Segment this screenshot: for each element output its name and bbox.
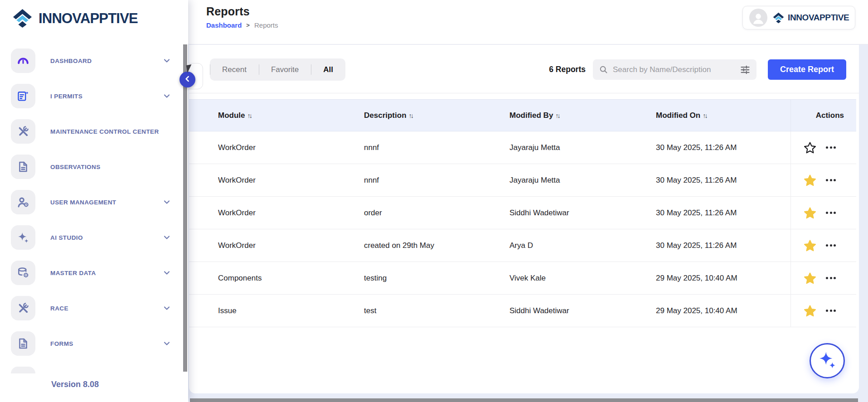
favorite-star-icon[interactable] xyxy=(803,206,817,220)
sort-arrows-icon[interactable]: ↑↓ xyxy=(703,112,708,119)
horizontal-scrollbar[interactable] xyxy=(190,398,858,402)
row-menu-button[interactable] xyxy=(825,144,837,151)
page-heading: Reports Dashboard > Reports xyxy=(206,5,278,29)
sidebar-item-icon xyxy=(11,155,35,179)
column-header-label: Module xyxy=(218,111,245,120)
row-menu-button[interactable] xyxy=(825,209,837,217)
tab-label: Favorite xyxy=(271,65,299,74)
breadcrumb-dashboard-link[interactable]: Dashboard xyxy=(206,21,242,29)
favorite-star-icon[interactable] xyxy=(803,304,817,318)
row-menu-button[interactable] xyxy=(825,307,837,315)
cell-actions xyxy=(790,229,856,262)
cell-modified-on: 29 May 2025, 10:40 AM xyxy=(656,274,790,283)
sidebar-item[interactable]: RACE xyxy=(11,296,177,320)
sidebar-item[interactable]: MAINTENANCE CONTROL CENTER xyxy=(11,119,177,144)
sidebar-item-icon xyxy=(11,119,35,144)
favorite-star-icon[interactable] xyxy=(803,141,817,155)
tab[interactable]: All xyxy=(311,58,345,81)
sidebar-item-icon xyxy=(11,296,35,320)
cell-modified-by: Jayaraju Metta xyxy=(509,143,656,152)
chevron-down-icon[interactable] xyxy=(162,268,171,277)
column-header[interactable]: Modified By ↑↓ xyxy=(509,111,656,120)
sort-arrows-icon[interactable]: ↑↓ xyxy=(247,112,253,119)
sidebar-item-label: OBSERVATIONS xyxy=(50,164,101,170)
cell-modified-on: 30 May 2025, 11:26 AM xyxy=(656,176,790,185)
sidebar-item[interactable]: DASHBOARD xyxy=(11,48,177,73)
row-menu-button[interactable] xyxy=(825,242,837,249)
breadcrumb-current: Reports xyxy=(254,21,278,29)
column-header[interactable]: Actions ↑↓ xyxy=(790,100,856,131)
sidebar: INNOVAPPTIVE DASHBOARD I PERMITS xyxy=(0,0,188,402)
tab[interactable]: Favorite xyxy=(259,58,311,81)
cell-actions xyxy=(790,295,856,327)
cell-description: order xyxy=(364,208,509,218)
menu-dot xyxy=(830,146,832,149)
chevron-down-icon[interactable] xyxy=(162,339,171,348)
sidebar-collapse-button[interactable] xyxy=(179,72,195,87)
sidebar-item[interactable]: AI STUDIO xyxy=(11,225,177,250)
nav-glyph-icon xyxy=(17,90,29,102)
sidebar-scrollbar[interactable] xyxy=(183,44,187,372)
column-header-label: Description xyxy=(364,111,407,120)
account-menu[interactable]: INNOVAPPTIVE xyxy=(742,6,855,29)
table-row[interactable]: Components testing Vivek Kale 29 May 202… xyxy=(189,262,856,295)
chevron-down-icon[interactable] xyxy=(162,198,171,207)
cell-module: Components xyxy=(218,274,364,283)
chevron-down-icon[interactable] xyxy=(162,304,171,313)
row-menu-button[interactable] xyxy=(825,176,837,184)
sort-arrows-icon[interactable]: ↑↓ xyxy=(555,112,561,119)
sidebar-item[interactable]: FORMS xyxy=(11,331,177,356)
ai-assistant-fab[interactable] xyxy=(810,343,845,378)
chevron-down-icon[interactable] xyxy=(162,92,171,101)
cell-modified-by: Arya D xyxy=(509,241,656,250)
reports-content-card: Recent Favorite All 6 Reports Create Rep… xyxy=(189,45,859,393)
sidebar-item-icon xyxy=(11,225,35,250)
filter-sliders-icon[interactable] xyxy=(740,64,751,75)
row-menu-button[interactable] xyxy=(825,274,837,282)
cell-modified-by: Siddhi Wadetiwar xyxy=(509,208,656,218)
tab[interactable]: Recent xyxy=(210,58,259,81)
column-header[interactable]: Description ↑↓ xyxy=(364,111,509,120)
table-row[interactable]: WorkOrder nnnf Jayaraju Metta 30 May 202… xyxy=(189,131,856,164)
breadcrumb: Dashboard > Reports xyxy=(206,21,278,29)
table-row[interactable]: WorkOrder created on 29th May Arya D 30 … xyxy=(189,229,856,262)
sidebar-item[interactable]: I PERMITS xyxy=(11,84,177,108)
cell-actions xyxy=(790,197,856,229)
sidebar-item[interactable]: OBSERVATIONS xyxy=(11,155,177,179)
sidebar-item-label: RACE xyxy=(50,305,68,312)
menu-dot xyxy=(826,212,828,214)
sidebar-item[interactable]: USER MANAGEMENT xyxy=(11,190,177,214)
table-body: WorkOrder nnnf Jayaraju Metta 30 May 202… xyxy=(189,131,856,327)
sidebar-item-icon xyxy=(11,48,35,73)
chevron-down-icon[interactable] xyxy=(162,56,171,65)
table-row[interactable]: Issue test Siddhi Wadetiwar 29 May 2025,… xyxy=(189,295,856,327)
cell-module: WorkOrder xyxy=(218,143,364,152)
create-report-button[interactable]: Create Report xyxy=(768,59,846,80)
favorite-star-icon[interactable] xyxy=(803,174,817,187)
sort-arrows-icon[interactable]: ↑↓ xyxy=(409,112,414,119)
sidebar-item-icon xyxy=(11,261,35,285)
search-input[interactable] xyxy=(613,65,735,74)
sidebar-item-label: AI STUDIO xyxy=(50,234,83,241)
sidebar-item-icon xyxy=(11,190,35,214)
tab-label: Recent xyxy=(222,65,247,74)
cell-modified-on: 30 May 2025, 11:26 AM xyxy=(656,143,790,152)
cell-module: WorkOrder xyxy=(218,176,364,185)
sidebar-item-icon xyxy=(11,331,35,356)
table-row[interactable]: WorkOrder order Siddhi Wadetiwar 30 May … xyxy=(189,197,856,229)
cell-modified-by: Siddhi Wadetiwar xyxy=(509,306,656,315)
table-row[interactable]: WorkOrder nnnf Jayaraju Metta 30 May 202… xyxy=(189,164,856,197)
nav-glyph-icon xyxy=(17,125,29,138)
sidebar-item-icon xyxy=(11,84,35,108)
menu-dot xyxy=(830,310,832,312)
menu-dot xyxy=(834,179,836,181)
report-filter-tabs: Recent Favorite All xyxy=(210,58,345,81)
column-header[interactable]: Modified On ↑↓ xyxy=(656,111,790,120)
favorite-star-icon[interactable] xyxy=(803,271,817,285)
favorite-star-icon[interactable] xyxy=(803,239,817,252)
chevron-down-icon[interactable] xyxy=(162,233,171,242)
sidebar-item[interactable]: MASTER DATA xyxy=(11,261,177,285)
menu-dot xyxy=(834,244,836,247)
column-header[interactable]: Module ↑↓ xyxy=(218,111,364,120)
nav-glyph-icon xyxy=(17,302,29,315)
